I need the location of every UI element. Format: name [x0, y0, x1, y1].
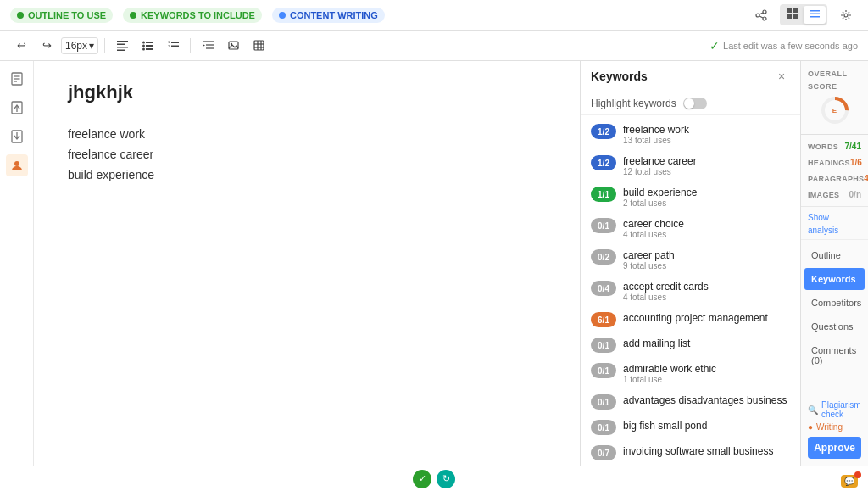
toolbar-separator-2 [190, 38, 191, 53]
pill-outline[interactable]: OUTLINE TO USE [10, 8, 113, 23]
highlight-toggle[interactable] [683, 98, 707, 109]
bullet-list-button[interactable] [136, 35, 159, 57]
share-icon[interactable] [749, 3, 773, 27]
nav-item-competitors[interactable]: Competitors [804, 292, 865, 314]
pill-writing[interactable]: CONTENT WRITING [272, 8, 385, 23]
undo-button[interactable]: ↩ [10, 35, 32, 57]
keywords-list: 1/2 freelance work 13 total uses 1/2 fre… [581, 115, 800, 466]
svg-rect-8 [793, 14, 798, 19]
score-value-paragraphs: 4/6 [864, 174, 868, 183]
svg-point-19 [142, 45, 145, 47]
keyword-text: advantages disadvantages business [623, 394, 790, 406]
nav-item-keywords[interactable]: Keywords [804, 268, 865, 290]
keyword-text: admirable work ethic 1 total use [623, 363, 790, 384]
nav-item-questions[interactable]: Questions [804, 315, 865, 338]
table-button[interactable] [248, 35, 270, 57]
last-edit-status: ✓ Last edit was a few seconds ago [709, 39, 858, 53]
list-item-3: build experience [68, 165, 546, 185]
svg-point-12 [844, 14, 848, 17]
keyword-name: add mailing list [623, 338, 790, 349]
writing-label: ● Writing [808, 422, 861, 432]
pill-outline-label: OUTLINE TO USE [28, 10, 106, 20]
plagiarism-label: Plagiarism check [821, 400, 861, 419]
nav-item-comments-(0)[interactable]: Comments (0) [804, 339, 865, 371]
keyword-badge: 0/4 [591, 281, 616, 296]
keyword-badge: 0/7 [591, 445, 616, 460]
svg-rect-18 [146, 42, 153, 43]
dot-writing [279, 12, 286, 19]
plagiarism-check-button[interactable]: 🔍 Plagiarism check [808, 400, 861, 419]
dot-keywords [130, 12, 136, 19]
approve-button[interactable]: Approve [808, 437, 861, 459]
keyword-item[interactable]: 1/2 freelance career 12 total uses [581, 150, 800, 181]
image-button[interactable] [222, 35, 244, 57]
settings-icon[interactable] [834, 3, 858, 27]
score-value-headings: 1/6 [850, 158, 862, 167]
svg-rect-6 [793, 8, 798, 13]
score-title: OVERALL SCORE [808, 70, 847, 91]
keyword-item[interactable]: 1/2 freelance work 13 total uses [581, 119, 800, 150]
score-header: OVERALL SCORE E [801, 61, 868, 135]
score-row-words: WORDS 7/41 [801, 138, 868, 154]
top-bar-right [749, 3, 858, 27]
score-row-headings: HEADINGS 1/6 [801, 154, 868, 170]
svg-rect-7 [787, 14, 792, 19]
keyword-item[interactable]: 0/4 accept credit cards 4 total uses [581, 276, 800, 307]
keyword-item[interactable]: 6/1 accounting project management [581, 307, 800, 332]
toggle-grid[interactable] [782, 6, 804, 24]
sidebar-icon-upload[interactable] [6, 97, 28, 119]
score-row-images: IMAGES 0/n [801, 187, 868, 203]
pill-keywords-label: KEYWORDS TO INCLUDE [141, 10, 255, 20]
keyword-item[interactable]: 0/1 career choice 4 total uses [581, 213, 800, 244]
svg-point-17 [142, 42, 145, 44]
sidebar-icon-document[interactable] [6, 68, 28, 90]
keyword-text: invoicing software small business [623, 445, 790, 457]
keyword-item[interactable]: 0/2 career path 9 total uses [581, 244, 800, 276]
align-left-button[interactable] [111, 35, 133, 57]
chevron-down-icon: ▾ [89, 40, 94, 52]
keyword-badge: 1/2 [591, 155, 616, 170]
editor-area[interactable]: jhgkhjk freelance work freelance career … [34, 61, 580, 466]
svg-point-21 [142, 48, 145, 51]
list-item-2: freelance career [68, 144, 546, 165]
bottom-icon-green[interactable]: ✓ [413, 470, 431, 488]
keyword-item[interactable]: 0/7 invoicing software small business [581, 440, 800, 466]
keyword-text: build experience 2 total uses [623, 187, 790, 208]
toggle-list[interactable] [804, 6, 826, 24]
sidebar-icon-download[interactable] [6, 126, 28, 148]
keyword-name: accounting project management [623, 312, 790, 324]
toolbar-separator-1 [104, 38, 105, 53]
keyword-uses: 12 total uses [623, 167, 790, 176]
bottom-icon-teal[interactable]: ↻ [437, 470, 455, 488]
font-size-select[interactable]: 16px ▾ [61, 37, 98, 54]
keyword-item[interactable]: 0/1 advantages disadvantages business [581, 389, 800, 415]
keyword-name: advantages disadvantages business [623, 394, 790, 406]
left-sidebar [0, 61, 34, 466]
bottom-bar: ✓ ↻ 💬 [0, 466, 868, 491]
svg-rect-26 [171, 46, 179, 47]
keyword-name: build experience [623, 187, 790, 198]
keyword-item[interactable]: 0/1 admirable work ethic 1 total use [581, 358, 800, 389]
keyword-name: career path [623, 249, 790, 261]
show-analysis-link[interactable]: Show analysis [808, 213, 838, 235]
score-value-words: 7/41 [845, 142, 861, 151]
sidebar-icon-user[interactable] [6, 154, 28, 176]
keyword-item[interactable]: 0/1 add mailing list [581, 332, 800, 358]
nav-item-outline[interactable]: Outline [804, 244, 865, 266]
view-toggle[interactable] [780, 4, 827, 25]
keyword-item[interactable]: 1/1 build experience 2 total uses [581, 181, 800, 213]
keyword-name: freelance work [623, 124, 790, 136]
indent-button[interactable] [197, 35, 219, 57]
panel-title: Keywords [591, 70, 648, 83]
numbered-list-button[interactable]: 1.2. [162, 35, 184, 57]
svg-rect-5 [787, 8, 792, 13]
redo-button[interactable]: ↪ [36, 35, 58, 57]
svg-rect-9 [810, 10, 820, 12]
close-button[interactable]: × [773, 68, 790, 85]
pill-keywords[interactable]: KEYWORDS TO INCLUDE [123, 8, 262, 23]
keyword-uses: 13 total uses [623, 136, 790, 145]
chat-icon[interactable]: 💬 [841, 475, 858, 488]
keyword-item[interactable]: 0/1 big fish small pond [581, 415, 800, 440]
svg-point-0 [763, 10, 766, 14]
chat-badge [854, 471, 861, 478]
